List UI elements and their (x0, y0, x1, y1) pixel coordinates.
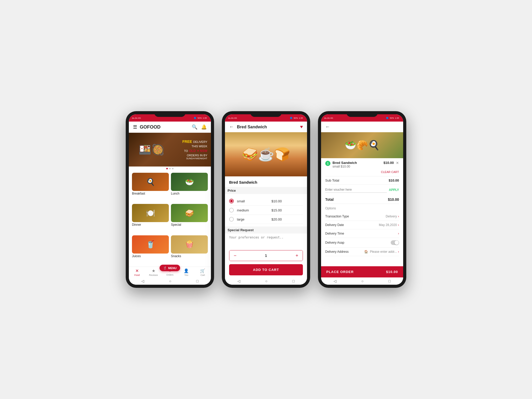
nav-cart-label: Cart (201, 274, 205, 276)
radio-small[interactable] (229, 199, 234, 203)
chevron-transaction-type: › (398, 215, 399, 218)
option-delivery-time[interactable]: Delivery Time › (325, 229, 399, 238)
recent-system-btn-1[interactable]: □ (196, 279, 198, 283)
category-dinner[interactable]: 🍽️ Dinner (132, 204, 169, 233)
cart-icon: 🛒 (200, 268, 205, 273)
quantity-value: 1 (241, 254, 291, 258)
home-system-btn-3[interactable]: ○ (361, 279, 363, 283)
category-juices[interactable]: 🥤 Juices (132, 235, 169, 264)
carrier-2: du.Jio 4G (228, 117, 237, 119)
place-order-price: $10.00 (386, 270, 398, 274)
home-system-btn-2[interactable]: ○ (265, 279, 267, 283)
food-icon: ✕ (135, 268, 139, 273)
option-delivery-date[interactable]: Delivery Date May 28,2020 › (325, 221, 399, 229)
special-image: 🥪 (171, 204, 208, 222)
clear-cart-button[interactable]: CLEAR CART (381, 170, 399, 174)
snacks-emoji: 🍿 (171, 235, 208, 254)
back-button[interactable]: ← (229, 124, 234, 130)
dinner-label: Dinner (132, 223, 169, 227)
favorite-button[interactable]: ♥ (300, 124, 303, 130)
menu-fab-icon: 🍴 (163, 266, 167, 270)
notch-2 (250, 111, 282, 117)
dot-2[interactable] (169, 168, 171, 169)
lunch-emoji: 🥗 (171, 173, 208, 191)
recent-system-btn-2[interactable]: □ (292, 279, 295, 283)
category-snacks[interactable]: 🍿 Snacks (171, 235, 208, 264)
battery-1: 52% (197, 117, 202, 119)
banner-line2: THIS WEEK (182, 144, 207, 148)
system-bar-3: ◁ ○ □ (321, 277, 403, 285)
phones-container: du.Jio 4G 🔵 52% 1:35 ☰ GOFOOD 🔍 🔔 (126, 111, 406, 288)
carrier-3: du.Jio 4G (324, 117, 333, 119)
price-option-small[interactable]: small $10.00 (229, 197, 303, 206)
breakfast-label: Breakfast (132, 192, 169, 195)
delivery-asap-label: Delivery Asap (325, 241, 344, 244)
banner-line3: TO OLD ✦ NSW (182, 148, 207, 154)
juices-image: 🥤 (132, 235, 169, 254)
place-order-button[interactable]: PLACE ORDER $10.00 (321, 266, 403, 277)
phone-1: du.Jio 4G 🔵 52% 1:35 ☰ GOFOOD 🔍 🔔 (126, 111, 214, 288)
nav-food[interactable]: ✕ Food (129, 268, 145, 276)
back-system-btn-1[interactable]: ◁ (141, 279, 144, 283)
cart-item-name: Bred Sandwich (332, 161, 381, 165)
apply-voucher-button[interactable]: APPLY (389, 188, 399, 192)
special-request-input[interactable] (229, 236, 303, 246)
category-breakfast[interactable]: 🍳 Breakfast (132, 173, 169, 202)
breakfast-emoji: 🍳 (132, 173, 169, 191)
price-option-medium[interactable]: medium $15.00 (229, 206, 303, 215)
breakfast-image: 🍳 (132, 173, 169, 191)
increment-button[interactable]: + (291, 250, 303, 261)
snacks-label: Snacks (171, 254, 208, 258)
recent-system-btn-3[interactable]: □ (389, 279, 391, 283)
delivery-asap-toggle[interactable] (391, 240, 399, 245)
price-option-large[interactable]: large $20.00 (229, 215, 303, 224)
total-value: $10.00 (388, 197, 399, 202)
delivery-address-value: 🏠 Please enter addr... › (364, 250, 399, 254)
snacks-image: 🍿 (171, 235, 208, 254)
home-system-btn-1[interactable]: ○ (169, 279, 171, 283)
system-bar-2: ◁ ○ □ (225, 277, 307, 285)
status-right-2: 🔵 52% 1:35 (290, 117, 303, 119)
category-lunch[interactable]: 🥗 Lunch (171, 173, 208, 202)
nav-you-label: You (184, 274, 188, 276)
menu-fab[interactable]: 🍴 MENU (159, 265, 180, 271)
dinner-emoji: 🍽️ (132, 204, 169, 222)
back-system-btn-2[interactable]: ◁ (237, 279, 240, 283)
nav-reviews[interactable]: ★ Reviews (145, 268, 162, 276)
cart-item-price: $10.00 (383, 161, 394, 165)
bell-icon[interactable]: 🔔 (201, 124, 207, 130)
cart-back-button[interactable]: ← (325, 124, 330, 130)
detail-title: Bred Sandwich (237, 125, 300, 129)
quantity-bar: − 1 + (229, 250, 303, 261)
clear-cart-row: CLEAR CART (325, 170, 399, 174)
cart-food-image: 🥗🥐🍳 (321, 132, 403, 158)
bluetooth-1: 🔵 (194, 117, 196, 119)
decrement-button[interactable]: − (229, 250, 241, 261)
voucher-input[interactable] (325, 187, 387, 193)
hamburger-menu[interactable]: ☰ (133, 124, 137, 130)
dot-3[interactable] (172, 168, 174, 169)
radio-medium[interactable] (229, 208, 234, 212)
voucher-row: APPLY (325, 187, 399, 193)
category-special[interactable]: 🥪 Special (171, 204, 208, 233)
transaction-type-value: Delivery › (386, 215, 399, 218)
food-image-emoji: 🥪☕🍞 (242, 147, 290, 162)
option-delivery-asap[interactable]: Delivery Asap (325, 238, 399, 248)
delivery-time-label: Delivery Time (325, 232, 344, 235)
special-request-label: Special Request (225, 227, 307, 234)
cart-food-emoji: 🥗🥐🍳 (345, 140, 380, 151)
remove-item-button[interactable]: ✕ (396, 161, 399, 165)
dot-1[interactable] (166, 168, 168, 169)
option-transaction-type[interactable]: Transaction Type Delivery › (325, 212, 399, 221)
back-system-btn-3[interactable]: ◁ (334, 279, 336, 283)
search-icon[interactable]: 🔍 (192, 124, 197, 130)
food-name: Bred Sandwich (229, 180, 303, 184)
notch-3 (347, 111, 378, 117)
nav-cart[interactable]: 🛒 Cart (195, 268, 211, 276)
add-to-cart-button[interactable]: ADD TO CART (229, 264, 303, 275)
food-detail-content: Bred Sandwich Price small $10.00 medium … (225, 176, 307, 248)
nav-you[interactable]: 👤 You (178, 268, 195, 276)
option-delivery-address[interactable]: Delivery Address 🏠 Please enter addr... … (325, 248, 399, 256)
radio-large[interactable] (229, 217, 234, 222)
time-2: 1:35 (299, 117, 303, 119)
